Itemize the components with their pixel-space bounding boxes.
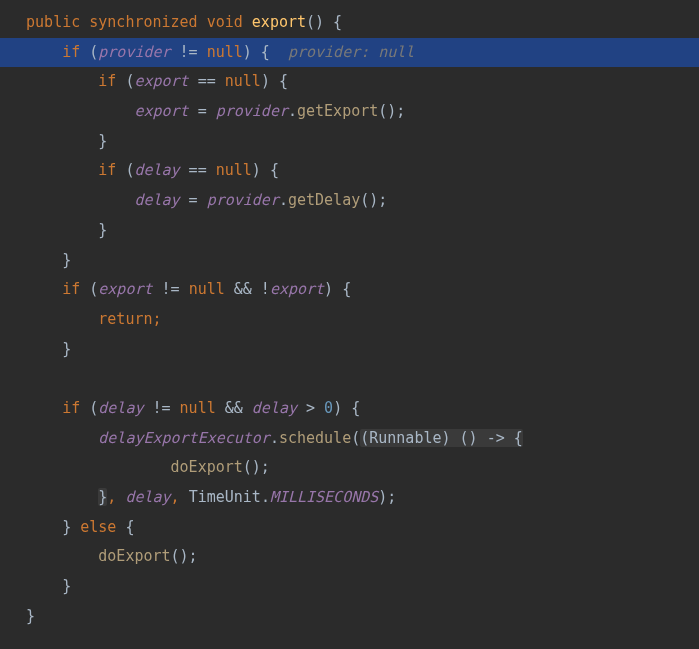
field: delay bbox=[134, 161, 179, 179]
code-line[interactable]: } bbox=[0, 246, 699, 276]
keyword: null bbox=[207, 43, 243, 61]
indent bbox=[8, 221, 26, 239]
indent bbox=[8, 488, 26, 506]
keyword: synchronized bbox=[89, 13, 197, 31]
indent bbox=[8, 13, 26, 31]
indent bbox=[8, 458, 26, 476]
method-call: getDelay bbox=[288, 191, 360, 209]
indent bbox=[8, 607, 26, 625]
number: 0 bbox=[324, 399, 333, 417]
field: provider bbox=[207, 191, 279, 209]
indent bbox=[8, 72, 26, 90]
indent bbox=[8, 577, 26, 595]
field: delay bbox=[134, 191, 179, 209]
indent bbox=[8, 251, 26, 269]
indent bbox=[8, 547, 26, 565]
indent bbox=[8, 399, 26, 417]
indent bbox=[8, 369, 26, 387]
keyword: public bbox=[26, 13, 80, 31]
field: delayExportExecutor bbox=[98, 429, 270, 447]
indent bbox=[8, 429, 26, 447]
code-line[interactable]: public synchronized void export() { bbox=[0, 8, 699, 38]
method-call: doExport bbox=[171, 458, 243, 476]
field: provider bbox=[216, 102, 288, 120]
code-line-highlighted[interactable]: if (provider != null) { provider: null bbox=[0, 38, 699, 68]
code-line[interactable]: } else { bbox=[0, 513, 699, 543]
keyword: if bbox=[62, 43, 80, 61]
indent bbox=[8, 43, 26, 61]
constant: MILLISECONDS bbox=[270, 488, 378, 506]
code-line[interactable]: if (delay == null) { bbox=[0, 156, 699, 186]
keyword: if bbox=[62, 399, 80, 417]
code-line[interactable]: doExport(); bbox=[0, 453, 699, 483]
code-line[interactable]: } bbox=[0, 127, 699, 157]
indent bbox=[8, 518, 26, 536]
type: TimeUnit bbox=[189, 488, 261, 506]
method-call: doExport bbox=[98, 547, 170, 565]
code-line[interactable]: delay = provider.getDelay(); bbox=[0, 186, 699, 216]
field: export bbox=[270, 280, 324, 298]
code-line[interactable]: doExport(); bbox=[0, 542, 699, 572]
indent bbox=[8, 102, 26, 120]
indent bbox=[8, 191, 26, 209]
indent bbox=[8, 310, 26, 328]
text: () { bbox=[306, 13, 342, 31]
field: export bbox=[134, 102, 188, 120]
method-declaration: export bbox=[252, 13, 306, 31]
indent bbox=[8, 161, 26, 179]
indent bbox=[8, 132, 26, 150]
field: delay bbox=[252, 399, 297, 417]
keyword: if bbox=[98, 161, 116, 179]
indent bbox=[8, 340, 26, 358]
code-editor[interactable]: public synchronized void export() { if (… bbox=[0, 8, 699, 631]
inline-hint: provider: null bbox=[288, 43, 414, 61]
keyword: if bbox=[98, 72, 116, 90]
code-line[interactable]: } bbox=[0, 216, 699, 246]
keyword: void bbox=[207, 13, 243, 31]
field: provider bbox=[98, 43, 170, 61]
lambda-cast: (Runnable) () -> { bbox=[360, 429, 523, 447]
field: delay bbox=[125, 488, 170, 506]
code-line[interactable]: if (export != null && !export) { bbox=[0, 275, 699, 305]
keyword: else bbox=[80, 518, 116, 536]
code-line[interactable]: export = provider.getExport(); bbox=[0, 97, 699, 127]
field: export bbox=[134, 72, 188, 90]
code-line[interactable]: }, delay, TimeUnit.MILLISECONDS); bbox=[0, 483, 699, 513]
code-line-empty[interactable] bbox=[0, 364, 699, 394]
field: delay bbox=[98, 399, 143, 417]
indent bbox=[8, 280, 26, 298]
keyword: return bbox=[98, 310, 152, 328]
method-call: getExport bbox=[297, 102, 378, 120]
code-line[interactable]: if (export == null) { bbox=[0, 67, 699, 97]
code-line[interactable]: delayExportExecutor.schedule((Runnable) … bbox=[0, 424, 699, 454]
code-line[interactable]: return; bbox=[0, 305, 699, 335]
method-call: schedule bbox=[279, 429, 351, 447]
field: export bbox=[98, 280, 152, 298]
code-line[interactable]: } bbox=[0, 602, 699, 632]
code-line[interactable]: if (delay != null && delay > 0) { bbox=[0, 394, 699, 424]
keyword: if bbox=[62, 280, 80, 298]
code-line[interactable]: } bbox=[0, 335, 699, 365]
code-line[interactable]: } bbox=[0, 572, 699, 602]
